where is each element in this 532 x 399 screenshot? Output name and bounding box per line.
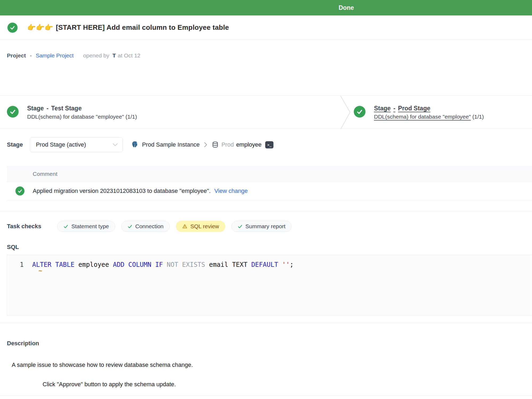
description-paragraph: Click "Approve" button to apply the sche…: [43, 381, 176, 388]
sql-token: [278, 260, 282, 269]
success-check-icon: [63, 224, 68, 229]
stage-card-test[interactable]: Stage-Test Stage DDL(schema) for databas…: [7, 106, 137, 120]
opened-at-label: at Oct 12: [118, 52, 140, 59]
issue-creator: T: [113, 52, 116, 59]
stage-select-dropdown[interactable]: Prod Stage (active): [30, 137, 123, 152]
comment-success-check-icon: [15, 186, 24, 196]
issue-header: 👉👉👉[START HERE] Add email column to Empl…: [0, 15, 532, 40]
stage-test-text: Stage-Test Stage DDL(schema) for databas…: [27, 105, 137, 120]
sql-editor[interactable]: 1ALTER TABLE employee ADD COLUMN IF NOT …: [7, 255, 532, 315]
stage-test-title-name: Test Stage: [51, 105, 82, 112]
divider: [0, 40, 532, 40]
status-banner-label: Done: [339, 0, 354, 15]
stage-prod-progress: (1/1): [472, 114, 484, 120]
check-pill-label: Connection: [135, 223, 164, 230]
check-pill-label: SQL review: [190, 223, 219, 230]
stage-prod-task-link[interactable]: DDL(schema) for database "employee": [374, 114, 471, 120]
stage-prod-title-dash: -: [393, 105, 396, 112]
sql-section-label: SQL: [7, 244, 19, 251]
pointing-hands-emoji: 👉👉👉: [27, 23, 53, 31]
sql-token: email TEXT: [205, 260, 251, 269]
check-pill-connection[interactable]: Connection: [121, 221, 170, 232]
terminal-glyph: >_: [267, 143, 272, 147]
chevron-down-icon: [113, 143, 118, 146]
task-checks-label: Task checks: [7, 223, 41, 230]
description-label: Description: [7, 340, 39, 347]
check-pill-statement-type[interactable]: Statement type: [57, 221, 115, 232]
sql-token: '': [282, 260, 290, 269]
stage-test-subtitle: DDL(schema) for database "employee" (1/1…: [27, 114, 137, 120]
sql-token: ;: [290, 260, 293, 269]
success-check-icon: [127, 224, 132, 229]
line-number: 1: [7, 260, 24, 269]
comment-table: Comment Applied migration version 202310…: [7, 166, 532, 200]
view-change-link[interactable]: View change: [214, 188, 248, 194]
stage-pipeline: Stage-Test Stage DDL(schema) for databas…: [0, 95, 532, 129]
project-label: Project: [7, 52, 26, 59]
project-row: Project - Sample Project opened by T at …: [7, 49, 140, 62]
stage-test-title-prefix: Stage: [27, 105, 44, 112]
issue-title: 👉👉👉[START HERE] Add email column to Empl…: [27, 23, 229, 32]
stage-chevron-separator: [340, 95, 352, 129]
check-pill-sql-review[interactable]: SQL review: [176, 221, 225, 232]
stage-test-progress: (1/1): [126, 114, 137, 120]
sql-token: DEFAULT: [251, 260, 278, 269]
divider: [0, 396, 532, 396]
instance-name[interactable]: Prod Sample Instance: [142, 141, 200, 148]
issue-detail-page: Done 👉👉👉[START HERE] Add email column to…: [0, 0, 532, 399]
issue-done-check-icon: [7, 23, 18, 33]
divider: [0, 211, 532, 211]
issue-title-text: [START HERE] Add email column to Employe…: [56, 23, 229, 31]
stage-card-prod[interactable]: Stage-Prod Stage DDL(schema) for databas…: [354, 106, 484, 120]
stage-prod-text: Stage-Prod Stage DDL(schema) for databas…: [374, 105, 484, 120]
check-pill-label: Statement type: [71, 223, 109, 230]
database-icon: [212, 141, 219, 148]
description-paragraph: A sample issue to showcase how to review…: [12, 361, 193, 368]
comment-column-header: Comment: [33, 171, 57, 177]
warning-triangle-icon: [182, 224, 188, 229]
divider: [0, 323, 532, 323]
stage-test-title: Stage-Test Stage: [27, 105, 137, 112]
sql-token: [163, 260, 167, 269]
breadcrumb-chevron-icon: [204, 142, 207, 148]
check-pill-label: Summary report: [246, 223, 286, 230]
stage-select-value: Prod Stage (active): [36, 141, 86, 148]
sql-review-warning-marker: ~: [39, 267, 42, 274]
stage-prod-subtitle: DDL(schema) for database "employee" (1/1…: [374, 114, 484, 120]
stage-selector-row: Stage Prod Stage (active) Prod Sample In…: [7, 137, 273, 152]
check-pill-summary-report[interactable]: Summary report: [231, 221, 292, 232]
opened-by-label: opened by: [83, 52, 109, 59]
sql-token: employee: [74, 260, 113, 269]
success-check-icon: [238, 224, 243, 229]
stage-prod-title-link[interactable]: Stage-Prod Stage: [374, 105, 484, 112]
project-link[interactable]: Sample Project: [36, 52, 73, 59]
sql-code-line: 1ALTER TABLE employee ADD COLUMN IF NOT …: [7, 260, 294, 269]
database-name-link[interactable]: employee: [236, 141, 261, 148]
status-banner: Done: [0, 0, 532, 15]
sql-token: NOT EXISTS: [167, 260, 205, 269]
comment-text: Applied migration version 20231012083103…: [33, 188, 211, 194]
comment-table-header: Comment: [7, 166, 532, 182]
stage-test-title-dash: -: [47, 105, 49, 112]
stage-prod-title-prefix: Stage: [374, 105, 391, 112]
stage-test-task-label: DDL(schema) for database "employee": [27, 114, 124, 120]
postgresql-icon: [131, 141, 139, 149]
database-env-prefix: Prod: [221, 141, 234, 148]
stage-prod-title-name: Prod Stage: [398, 105, 430, 112]
sql-token: ADD COLUMN IF: [113, 260, 163, 269]
comment-row: Applied migration version 20231012083103…: [7, 182, 532, 200]
stage-test-done-check-icon: [7, 106, 19, 118]
stage-selector-label: Stage: [7, 141, 23, 148]
project-separator: -: [30, 52, 32, 59]
sql-editor-terminal-button[interactable]: >_: [265, 141, 273, 148]
task-checks-row: Task checks Statement type Connection SQ…: [7, 221, 298, 232]
stage-prod-done-check-icon: [354, 106, 365, 118]
